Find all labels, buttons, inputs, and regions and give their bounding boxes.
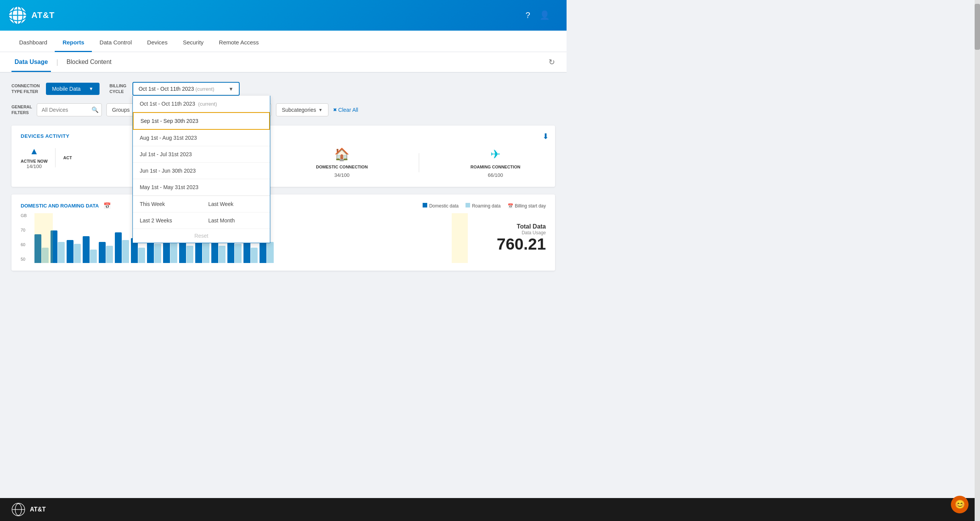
- legend-billing: 📅Billing start day: [508, 203, 546, 209]
- bar-domestic-2: [51, 230, 57, 263]
- billing-option-aug[interactable]: Aug 1st - Aug 31st 2023: [133, 130, 270, 146]
- legend-domestic-dot: [423, 203, 427, 207]
- bar-roaming-6: [122, 240, 129, 263]
- legend-roaming: Roaming data: [466, 203, 501, 209]
- chart-header-left: DOMESTIC AND ROAMING DATA 📅: [21, 202, 111, 209]
- bar-group-10: [179, 240, 193, 263]
- activity-item-active-now: ▲ ACTIVE NOW 14/100: [21, 146, 47, 169]
- billing-cycle-dropdown[interactable]: Oct 1st - Oct 11th 2023 (current) ▼: [132, 82, 240, 96]
- active-now-count: 14/100: [26, 163, 42, 169]
- total-data-panel: Total Data Data Usage 760.21: [469, 213, 546, 263]
- activity-divider: [55, 148, 56, 167]
- activity-item-act: ACT: [63, 155, 72, 160]
- billing-option-this-week[interactable]: This Week: [133, 196, 201, 212]
- connection-type-value: Mobile Data: [52, 86, 81, 92]
- subcategories-arrow-icon: ▼: [318, 108, 323, 112]
- billing-option-last-month[interactable]: Last Month: [201, 212, 270, 229]
- chart-title: DOMESTIC AND ROAMING DATA: [21, 203, 99, 209]
- user-account-button[interactable]: 👤: [538, 9, 551, 22]
- nav-item-remote-access[interactable]: Remote Access: [211, 34, 266, 52]
- total-data-sublabel: Data Usage: [481, 230, 546, 235]
- chart-container: GB 70 60 50: [21, 213, 546, 263]
- legend-domestic: Domestic data: [423, 203, 459, 209]
- search-input-wrap: 🔍: [37, 103, 102, 116]
- bar-roaming-15: [267, 242, 274, 263]
- subcategories-label: Subcategories: [282, 107, 316, 113]
- bar-group-1: [34, 234, 49, 263]
- bar-roaming-2: [58, 242, 65, 263]
- bar-domestic-5: [99, 242, 106, 263]
- billing-option-oct[interactable]: Oct 1st - Oct 11th 2023 (current): [133, 96, 270, 112]
- bar-roaming-12: [219, 246, 225, 263]
- billing-option-jun[interactable]: Jun 1st - Jun 30th 2023: [133, 163, 270, 179]
- help-button[interactable]: ?: [524, 9, 532, 22]
- billing-cycle-menu: Oct 1st - Oct 11th 2023 (current) Sep 1s…: [132, 96, 270, 243]
- bar-domestic-6: [115, 232, 122, 263]
- top-header: AT&T ? 👤: [0, 0, 567, 31]
- active-now-label: ACTIVE NOW: [21, 159, 47, 163]
- billing-cycle-wrapper: Oct 1st - Oct 11th 2023 (current) ▼ Oct …: [132, 82, 240, 96]
- billing-reset-button[interactable]: Reset: [133, 229, 270, 243]
- connection-type-arrow-icon: ▼: [89, 86, 93, 91]
- nav-item-dashboard[interactable]: Dashboard: [11, 34, 55, 52]
- att-logo-icon: [8, 5, 28, 25]
- calendar-icon: 📅: [103, 202, 111, 209]
- y-label-60: 60: [21, 242, 34, 247]
- billing-cycle-selected-value: Oct 1st - Oct 11th 2023 (current): [139, 86, 214, 92]
- billing-option-last-2-weeks[interactable]: Last 2 Weeks: [133, 212, 201, 229]
- header-icons: ? 👤: [524, 9, 551, 22]
- clear-all-icon: ✖: [333, 107, 337, 113]
- billing-cycle-arrow-icon: ▼: [229, 86, 234, 92]
- nav-item-reports[interactable]: Reports: [55, 34, 92, 52]
- logo-area: AT&T: [8, 5, 55, 25]
- connection-type-label: CONNECTIONTYPE FILTER: [11, 83, 40, 95]
- bar-roaming-3: [74, 244, 81, 263]
- y-label-50: 50: [21, 257, 34, 261]
- tab-blocked-content[interactable]: Blocked Content: [64, 53, 114, 72]
- bar-roaming-1: [42, 248, 49, 263]
- roaming-connection-icon: ✈: [490, 147, 501, 162]
- bar-roaming-11: [203, 240, 209, 263]
- bar-group-4: [83, 236, 97, 263]
- subcategories-filter-button[interactable]: Subcategories ▼: [276, 103, 328, 116]
- y-axis: GB 70 60 50: [21, 213, 34, 263]
- cards-row: DEVICES ACTIVITY ▲ ACTIVE NOW 14/100 ACT…: [11, 126, 555, 187]
- domestic-label: DOMESTIC CONNECTION: [316, 165, 368, 169]
- domestic-connection-icon: 🏠: [334, 147, 350, 162]
- chart-legend: Domestic data Roaming data 📅Billing star…: [423, 203, 546, 209]
- chart-card: DOMESTIC AND ROAMING DATA 📅 Domestic dat…: [11, 194, 555, 271]
- bar-group-6: [115, 232, 129, 263]
- nav-item-data-control[interactable]: Data Control: [92, 34, 139, 52]
- y-label-gb: GB: [21, 213, 34, 218]
- billing-option-jul[interactable]: Jul 1st - Jul 31st 2023: [133, 146, 270, 163]
- act-label: ACT: [63, 155, 72, 160]
- nav-item-security[interactable]: Security: [175, 34, 211, 52]
- device-activity-content: ▲ ACTIVE NOW 14/100 ACT: [21, 146, 132, 169]
- bar-roaming-7: [138, 248, 145, 263]
- nav-item-devices[interactable]: Devices: [139, 34, 175, 52]
- bar-group-3: [67, 240, 81, 263]
- general-filters-row: GENERALFILTERS 🔍 Groups ▼ Categories ▼ S…: [11, 103, 555, 116]
- clear-all-label: Clear All: [338, 107, 358, 113]
- general-filters-label: GENERALFILTERS: [11, 104, 32, 116]
- clear-all-button[interactable]: ✖ Clear All: [333, 107, 358, 113]
- total-data-label: Total Data: [481, 223, 546, 230]
- tab-data-usage[interactable]: Data Usage: [11, 53, 51, 72]
- search-button[interactable]: 🔍: [91, 106, 99, 113]
- billing-option-last-week[interactable]: Last Week: [201, 196, 270, 212]
- bar-roaming-5: [106, 246, 113, 263]
- active-now-icon: ▲: [29, 146, 39, 157]
- bar-group-5: [99, 242, 113, 263]
- bar-domestic-1: [34, 234, 41, 263]
- chart-header: DOMESTIC AND ROAMING DATA 📅 Domestic dat…: [21, 202, 546, 209]
- sub-header: Data Usage | Blocked Content ↻: [0, 52, 567, 73]
- billing-option-may[interactable]: May 1st - May 31st 2023: [133, 179, 270, 196]
- billing-option-sep[interactable]: Sep 1st - Sep 30th 2023: [133, 112, 270, 130]
- download-button[interactable]: ⬇: [542, 132, 549, 141]
- bar-domestic-10: [179, 240, 186, 263]
- connection-type-dropdown[interactable]: Mobile Data ▼: [46, 83, 100, 95]
- bar-roaming-10: [186, 246, 193, 263]
- info-item-domestic: 🏠 DOMESTIC CONNECTION 34/100: [316, 147, 368, 178]
- refresh-button[interactable]: ↻: [549, 57, 555, 67]
- domestic-count: 34/100: [334, 172, 350, 178]
